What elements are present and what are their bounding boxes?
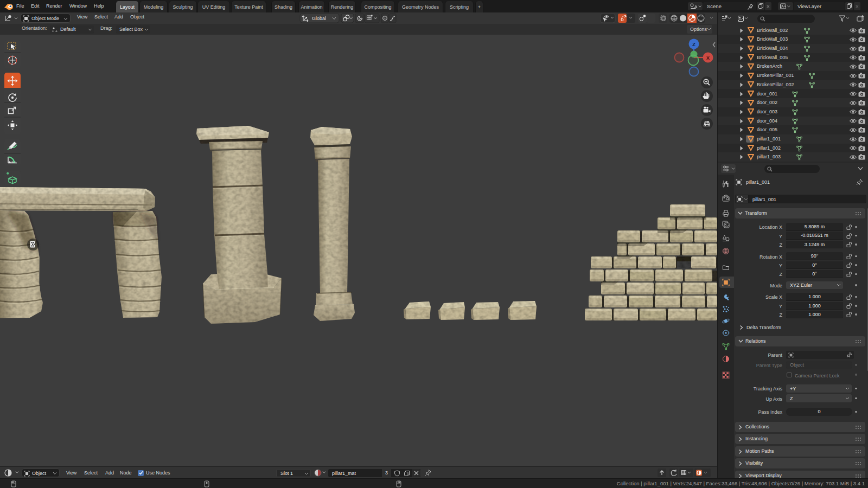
svg-text:Z: Z bbox=[692, 42, 695, 47]
svg-text:ViewLayer: ViewLayer bbox=[797, 3, 821, 9]
svg-text:Scene: Scene bbox=[707, 3, 722, 9]
svg-text:X: X bbox=[706, 55, 710, 61]
svg-text:Global: Global bbox=[312, 16, 326, 21]
